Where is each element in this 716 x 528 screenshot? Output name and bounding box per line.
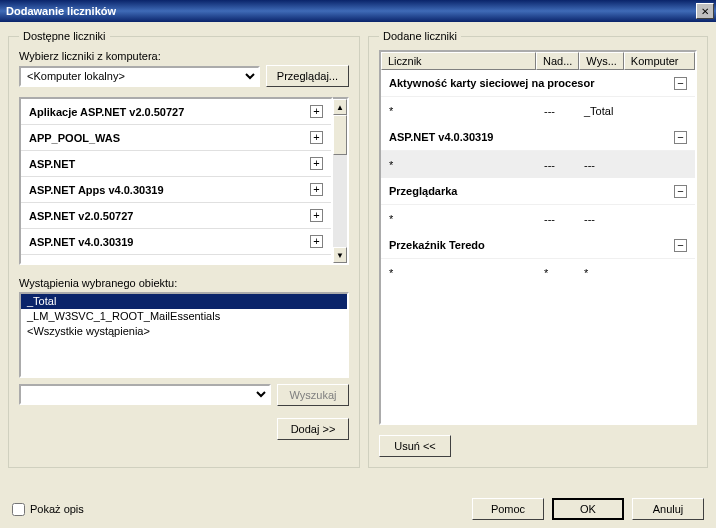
search-combo[interactable]	[19, 384, 271, 405]
instances-list[interactable]: _Total_LM_W3SVC_1_ROOT_MailEssentials<Ws…	[19, 292, 349, 378]
object-row[interactable]: Aplikacje ASP.NET v2.0.50727+	[21, 99, 331, 125]
expand-icon[interactable]: +	[310, 209, 323, 222]
scroll-thumb[interactable]	[333, 115, 347, 155]
added-counters-group: Dodane liczniki Licznik Nad... Wys... Ko…	[368, 30, 708, 468]
collapse-icon[interactable]: −	[674, 185, 687, 198]
group-row[interactable]: ASP.NET v4.0.30319−	[381, 124, 695, 151]
header-computer[interactable]: Komputer	[624, 52, 695, 70]
computer-label: Wybierz liczniki z komputera:	[19, 50, 349, 62]
close-button[interactable]: ✕	[696, 3, 714, 19]
show-description-checkbox[interactable]: Pokaż opis	[12, 503, 84, 516]
ok-button[interactable]: OK	[552, 498, 624, 520]
instances-label: Wystąpienia wybranego obiektu:	[19, 277, 349, 289]
computer-select[interactable]: <Komputer lokalny>	[19, 66, 260, 87]
object-row[interactable]: ASP.NET v2.0.50727+	[21, 203, 331, 229]
available-counters-group: Dostępne liczniki Wybierz liczniki z kom…	[8, 30, 360, 468]
object-name: ASP.NET Apps v4.0.30319	[29, 184, 164, 196]
instance-row[interactable]: _LM_W3SVC_1_ROOT_MailEssentials	[21, 309, 347, 324]
object-row[interactable]: APP_POOL_WAS+	[21, 125, 331, 151]
instance-row[interactable]: <Wszystkie wystąpienia>	[21, 324, 347, 339]
counter-row[interactable]: *---_Total	[381, 97, 695, 124]
object-name: ASP.NET v4.0.30319	[29, 236, 133, 248]
collapse-icon[interactable]: −	[674, 77, 687, 90]
group-row[interactable]: Przeglądarka−	[381, 178, 695, 205]
window-title: Dodawanie liczników	[6, 5, 116, 17]
search-button: Wyszukaj	[277, 384, 349, 406]
objects-list[interactable]: Aplikacje ASP.NET v2.0.50727+APP_POOL_WA…	[19, 97, 333, 265]
expand-icon[interactable]: +	[310, 157, 323, 170]
scroll-up-icon[interactable]: ▲	[333, 99, 347, 115]
object-name: Aplikacje ASP.NET v2.0.50727	[29, 106, 184, 118]
counter-row[interactable]: *------	[381, 151, 695, 178]
object-row[interactable]: ASP.NET Apps v4.0.30319+	[21, 177, 331, 203]
collapse-icon[interactable]: −	[674, 239, 687, 252]
header-parent[interactable]: Nad...	[536, 52, 579, 70]
add-button[interactable]: Dodaj >>	[277, 418, 349, 440]
expand-icon[interactable]: +	[310, 235, 323, 248]
added-list[interactable]: Aktywność karty sieciowej na procesor−*-…	[379, 70, 697, 425]
object-name: ASP.NET	[29, 158, 75, 170]
collapse-icon[interactable]: −	[674, 131, 687, 144]
object-row[interactable]: ASP.NET v4.0.30319+	[21, 229, 331, 255]
instance-row[interactable]: _Total	[21, 294, 347, 309]
group-name: Aktywność karty sieciowej na procesor	[389, 77, 594, 89]
expand-icon[interactable]: +	[310, 183, 323, 196]
counter-row[interactable]: *------	[381, 205, 695, 232]
group-row[interactable]: Aktywność karty sieciowej na procesor−	[381, 70, 695, 97]
object-name: ASP.NET v2.0.50727	[29, 210, 133, 222]
group-name: Przeglądarka	[389, 185, 457, 197]
added-legend: Dodane liczniki	[379, 30, 461, 42]
expand-icon[interactable]: +	[310, 131, 323, 144]
header-counter[interactable]: Licznik	[381, 52, 536, 70]
counter-row[interactable]: ***	[381, 259, 695, 286]
help-button[interactable]: Pomoc	[472, 498, 544, 520]
remove-button[interactable]: Usuń <<	[379, 435, 451, 457]
scroll-down-icon[interactable]: ▼	[333, 247, 347, 263]
close-icon: ✕	[701, 6, 709, 17]
header-instance[interactable]: Wys...	[579, 52, 623, 70]
show-description-label: Pokaż opis	[30, 503, 84, 515]
cancel-button[interactable]: Anuluj	[632, 498, 704, 520]
available-legend: Dostępne liczniki	[19, 30, 110, 42]
expand-icon[interactable]: +	[310, 105, 323, 118]
browse-button[interactable]: Przeglądaj...	[266, 65, 349, 87]
group-row[interactable]: Przekaźnik Teredo−	[381, 232, 695, 259]
added-header: Licznik Nad... Wys... Komputer	[379, 50, 697, 70]
group-name: ASP.NET v4.0.30319	[389, 131, 493, 143]
object-name: APP_POOL_WAS	[29, 132, 120, 144]
group-name: Przekaźnik Teredo	[389, 239, 485, 251]
objects-scrollbar[interactable]: ▲ ▼	[333, 97, 349, 265]
object-row[interactable]: ASP.NET+	[21, 151, 331, 177]
